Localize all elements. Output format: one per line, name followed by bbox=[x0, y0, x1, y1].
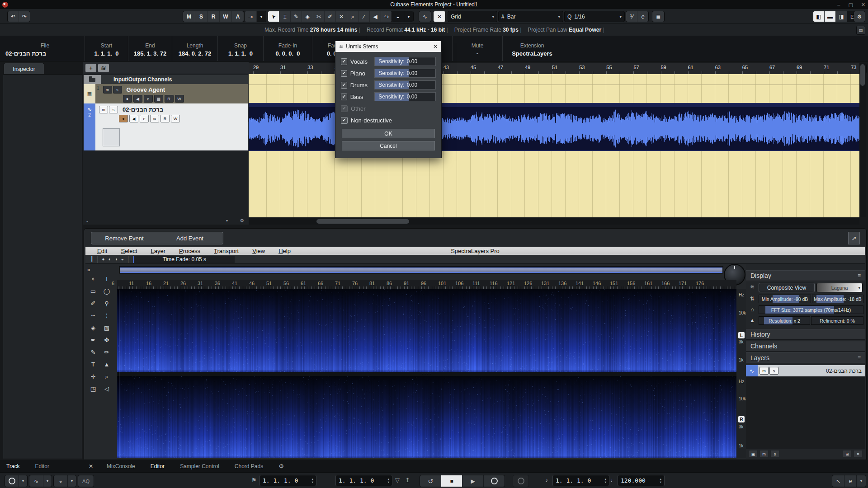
punch-funnel-icon[interactable]: ▽ bbox=[395, 477, 400, 483]
snap-type-dropdown[interactable]: Grid▾ bbox=[448, 11, 497, 22]
stem-checkbox[interactable]: ✔ bbox=[341, 70, 347, 77]
cancel-button[interactable]: Cancel bbox=[342, 141, 435, 150]
track-list-gear-icon[interactable]: ⚙ bbox=[240, 218, 244, 224]
transport-dropdown[interactable]: ▾ bbox=[857, 475, 866, 487]
automation-button[interactable]: M bbox=[183, 11, 195, 22]
info-value[interactable]: SpectraLayers bbox=[512, 50, 552, 57]
iterative-quantize-button[interactable]: ⅟ bbox=[626, 11, 637, 22]
fft-size-field[interactable]: FFT Size: 3072 samples (70ms/14Hz) bbox=[759, 305, 863, 314]
record-button[interactable] bbox=[484, 475, 505, 487]
rectangular-selection-tool[interactable]: ▭ bbox=[90, 288, 96, 295]
mute-button[interactable]: m bbox=[103, 86, 112, 94]
dialog-close-button[interactable]: ✕ bbox=[433, 43, 438, 50]
secondary-time-display[interactable]: 1. 1. 1. 0▲▼ bbox=[335, 475, 392, 486]
locate-bar-icon[interactable]: ↥ bbox=[405, 477, 410, 483]
track-name[interactable]: Groove Agent bbox=[127, 86, 165, 93]
time-steppers[interactable]: ▲▼ bbox=[604, 478, 606, 483]
remove-event-button[interactable]: Remove Event bbox=[91, 232, 158, 244]
marker-tool[interactable]: ✏ bbox=[104, 349, 109, 356]
status-line-setup-button[interactable]: ▤ bbox=[856, 26, 865, 35]
left-zone-tab[interactable]: Editor bbox=[35, 463, 49, 469]
info-value[interactable]: 0. 0. 0. 0 bbox=[275, 50, 300, 57]
channel-divider-handle[interactable]: ······ bbox=[117, 372, 736, 376]
zoom-tool[interactable]: ⌕ bbox=[347, 11, 359, 22]
min-amplitude-field[interactable]: Min Amplitude: -90 dB bbox=[759, 295, 811, 303]
track-control-button[interactable]: ◀ bbox=[133, 95, 142, 103]
max-amplitude-field[interactable]: Max Amplitude: -18 dB bbox=[812, 295, 863, 303]
play-button[interactable]: ▶ bbox=[462, 475, 484, 487]
info-column[interactable]: Length 184. 0. 2. 72 bbox=[172, 36, 218, 61]
layer-solo-button[interactable]: s bbox=[769, 367, 778, 375]
record-mode-dropdown[interactable]: ▾ bbox=[19, 475, 27, 487]
menu-item[interactable]: Edit bbox=[97, 248, 107, 254]
channels-panel-header[interactable]: Channels bbox=[746, 341, 865, 352]
autoscroll-dropdown[interactable]: ▾ bbox=[257, 11, 266, 22]
info-column[interactable]: Fade-In 0. 0. 0. 0 bbox=[264, 36, 312, 61]
stem-checkbox[interactable]: ✔ bbox=[341, 82, 347, 89]
time-steppers[interactable]: ▲▼ bbox=[387, 478, 389, 483]
arrange-vertical-scrollbar[interactable] bbox=[859, 63, 866, 217]
play-tool[interactable]: ◀ bbox=[370, 11, 381, 22]
track-control-button[interactable]: ● bbox=[119, 115, 128, 122]
color-tool[interactable]: ↪ bbox=[381, 11, 392, 22]
time-steppers[interactable]: ▲▼ bbox=[311, 478, 313, 483]
record-mode-button[interactable] bbox=[5, 475, 19, 487]
quantize-panel-button[interactable]: e bbox=[637, 11, 648, 22]
selection-mode-intersect-icon[interactable]: ◒ bbox=[121, 257, 124, 262]
menu-item[interactable]: View bbox=[252, 248, 265, 254]
sensitivity-field[interactable]: Sensitivity: 0.00 bbox=[374, 57, 436, 66]
freehand-selection-tool[interactable]: ✐ bbox=[91, 300, 96, 307]
cursor-mode-icon[interactable]: I bbox=[91, 255, 93, 263]
hamburger-icon[interactable]: ≡ bbox=[858, 272, 861, 279]
composite-view-button[interactable]: Composite View bbox=[759, 283, 815, 292]
track-control-button[interactable]: e bbox=[144, 95, 153, 103]
info-value[interactable]: 1. 1. 1. 0 bbox=[94, 50, 118, 57]
colormap-dropdown[interactable]: Laguna▾ bbox=[816, 283, 863, 292]
info-column[interactable]: Start 1. 1. 1. 0 bbox=[85, 36, 128, 61]
track-control-button[interactable]: e bbox=[140, 115, 149, 122]
overview-navigator-bar[interactable] bbox=[119, 266, 723, 274]
track-versions-box[interactable] bbox=[103, 128, 120, 146]
mute-tool[interactable]: ✕ bbox=[336, 11, 347, 22]
snap-button[interactable]: ✕ bbox=[434, 11, 445, 22]
erase-tool[interactable]: ◈ bbox=[302, 11, 313, 22]
automation-button[interactable]: A bbox=[232, 11, 244, 22]
layers-mute-all-button[interactable]: m bbox=[760, 450, 769, 458]
track-control-button[interactable]: R bbox=[160, 115, 170, 122]
time-selection-tool[interactable]: I bbox=[106, 276, 108, 282]
quantize-dropdown[interactable]: Q 1/16▾ bbox=[564, 11, 625, 22]
range-selection-tool[interactable]: ⌶ bbox=[279, 11, 291, 22]
info-column[interactable]: Snap 1. 1. 1. 0 bbox=[218, 36, 264, 61]
left-zone-button[interactable]: ◧ bbox=[813, 11, 825, 22]
split-tool[interactable]: ✄ bbox=[313, 11, 325, 22]
elliptical-selection-tool[interactable]: ◯ bbox=[104, 288, 110, 295]
primary-time-display[interactable]: 1. 1. 1. 0▲▼ bbox=[259, 475, 316, 486]
lower-zone-tab[interactable]: Chord Pads bbox=[235, 463, 263, 469]
track-control-button[interactable]: ◀ bbox=[129, 115, 138, 122]
autoscroll-button[interactable]: ⇥ bbox=[245, 11, 257, 22]
track-control-button[interactable]: R bbox=[165, 95, 174, 103]
automation-button[interactable]: S bbox=[195, 11, 208, 22]
right-locator-display[interactable]: 1. 1. 1. 0▲▼ bbox=[552, 475, 609, 486]
audio-activity-dropdown[interactable]: ▾ bbox=[43, 475, 52, 487]
solo-button[interactable]: s bbox=[109, 106, 118, 113]
scrollbar-thumb[interactable] bbox=[316, 219, 409, 224]
metronome-button[interactable]: ◒ bbox=[54, 475, 68, 487]
tab-inspector[interactable]: Inspector bbox=[4, 63, 44, 75]
eraser-tool[interactable]: ◈ bbox=[91, 324, 95, 331]
zoom-tool[interactable]: ⌕ bbox=[105, 373, 108, 380]
magic-wand-tool[interactable]: ⚲ bbox=[104, 300, 109, 307]
playback-tool[interactable]: ◁ bbox=[104, 385, 109, 392]
left-zone-tab[interactable]: Track bbox=[6, 463, 20, 469]
fill-tool[interactable]: ✤ bbox=[104, 337, 109, 343]
object-selection-tool[interactable]: ➤ bbox=[268, 11, 279, 22]
stem-checkbox[interactable]: ✔ bbox=[341, 94, 347, 100]
track-scale-dropdown[interactable]: ▾ bbox=[226, 219, 228, 223]
pin-tool[interactable]: ▲ bbox=[104, 361, 110, 368]
arrange-horizontal-scrollbar[interactable] bbox=[249, 218, 859, 225]
text-tool[interactable]: T bbox=[91, 361, 95, 368]
maximize-pane-button[interactable]: ↗ bbox=[848, 232, 860, 244]
add-track-button[interactable]: + bbox=[85, 64, 96, 72]
mute-button[interactable]: m bbox=[99, 106, 108, 113]
info-column[interactable]: Extension SpectraLayers bbox=[503, 36, 561, 61]
